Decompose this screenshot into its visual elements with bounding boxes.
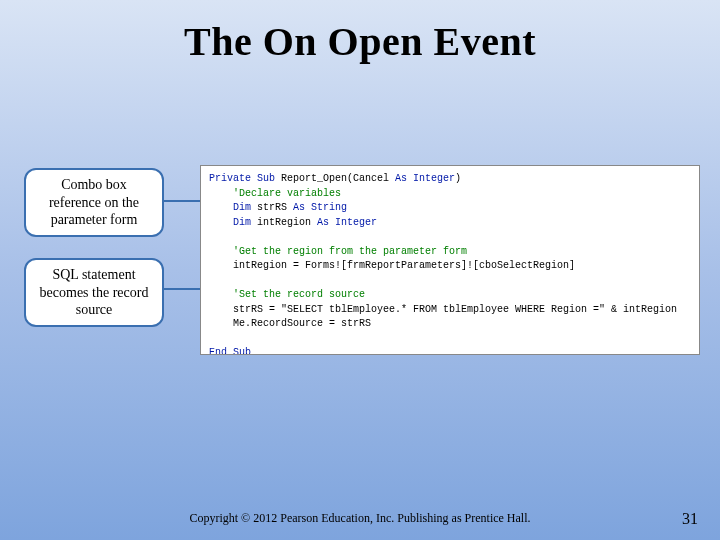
code-kw: As Integer — [317, 217, 377, 228]
slide-title: The On Open Event — [0, 0, 720, 65]
code-kw: Dim — [209, 202, 251, 213]
code-kw: Dim — [209, 217, 251, 228]
code-kw: As String — [293, 202, 347, 213]
page-number: 31 — [682, 510, 698, 528]
code-comment: 'Declare variables — [209, 188, 341, 199]
code-text: strRS = "SELECT tblEmployee.* FROM tblEm… — [209, 304, 677, 315]
callout-sql-statement: SQL statement becomes the record source — [24, 258, 164, 327]
copyright-footer: Copyright © 2012 Pearson Education, Inc.… — [0, 511, 720, 526]
code-kw: As Integer — [395, 173, 455, 184]
callout-combo-box: Combo box reference on the parameter for… — [24, 168, 164, 237]
code-kw: Private Sub — [209, 173, 275, 184]
code-text: Me.RecordSource = strRS — [209, 318, 371, 329]
code-comment: 'Set the record source — [209, 289, 365, 300]
code-kw: End Sub — [209, 347, 251, 355]
code-text: ) — [455, 173, 461, 184]
code-text: Report_Open(Cancel — [275, 173, 395, 184]
code-text: intRegion = Forms![frmReportParameters]!… — [209, 260, 575, 271]
code-text: intRegion — [251, 217, 317, 228]
code-screenshot: Private Sub Report_Open(Cancel As Intege… — [200, 165, 700, 355]
code-text: strRS — [251, 202, 293, 213]
code-comment: 'Get the region from the parameter form — [209, 246, 467, 257]
